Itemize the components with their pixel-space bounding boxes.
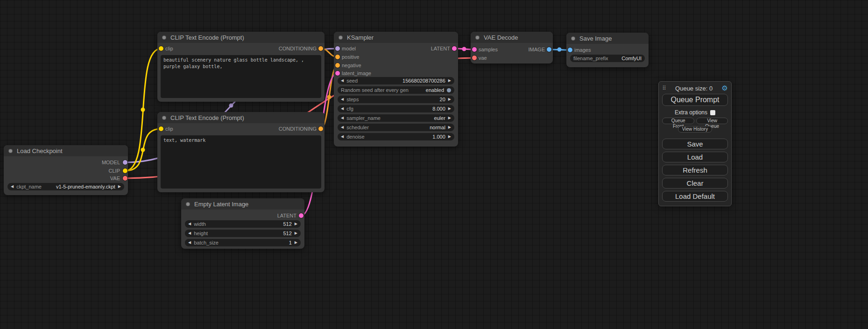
increment-arrow-icon[interactable]: ▶ — [448, 124, 451, 131]
increment-arrow-icon[interactable]: ▶ — [295, 230, 297, 237]
load-button[interactable]: Load — [662, 152, 728, 162]
node-title: Empty Latent Image — [194, 201, 248, 208]
output-label-model: MODEL — [102, 159, 120, 166]
node-vae-decode[interactable]: VAE Decode samples vae IMAGE — [471, 32, 553, 63]
output-dot-conditioning[interactable] — [318, 126, 323, 131]
collapse-dot[interactable] — [571, 36, 575, 41]
widget-batch-size[interactable]: ◀ batch_size 1 ▶ — [185, 239, 301, 246]
increment-arrow-icon[interactable]: ▶ — [448, 77, 451, 84]
decrement-arrow-icon[interactable]: ◀ — [341, 105, 344, 112]
decrement-arrow-icon[interactable]: ◀ — [341, 77, 344, 84]
input-dot-clip[interactable] — [159, 126, 163, 131]
input-label-images: images — [574, 46, 591, 54]
output-label-vae: VAE — [110, 175, 120, 182]
output-dot-latent[interactable] — [452, 46, 457, 51]
queue-prompt-button[interactable]: Queue Prompt — [662, 94, 728, 106]
node-title-bar[interactable]: Empty Latent Image — [181, 198, 304, 210]
widget-ckpt-name[interactable]: ◀ ckpt_name v1-5-pruned-emaonly.ckpt ▶ — [7, 183, 124, 190]
collapse-dot[interactable] — [339, 35, 343, 40]
drag-handle-icon[interactable]: ⠿ — [662, 85, 666, 91]
input-dot-clip[interactable] — [159, 46, 163, 51]
queue-buttons-row: Queue Front View Queue — [662, 118, 728, 124]
increment-arrow-icon[interactable]: ▶ — [118, 183, 121, 190]
collapse-dot[interactable] — [162, 116, 166, 120]
graph-canvas[interactable]: Load Checkpoint MODEL CLIP VAE ◀ ckpt_na… — [0, 0, 868, 329]
node-ksampler[interactable]: KSampler model positive negative latent_… — [334, 32, 458, 147]
output-dot-conditioning[interactable] — [318, 46, 323, 51]
node-title-bar[interactable]: KSampler — [334, 32, 458, 43]
widget-height[interactable]: ◀ height 512 ▶ — [185, 230, 301, 237]
decrement-arrow-icon[interactable]: ◀ — [188, 220, 191, 228]
increment-arrow-icon[interactable]: ▶ — [448, 133, 451, 140]
widget-scheduler[interactable]: ◀ scheduler normal ▶ — [338, 124, 454, 131]
wire-midpoint-dot — [557, 48, 562, 52]
prompt-textarea[interactable]: text, watermark — [161, 135, 321, 189]
increment-arrow-icon[interactable]: ▶ — [448, 105, 451, 112]
output-label-conditioning: CONDITIONING — [279, 125, 317, 133]
node-title: CLIP Text Encode (Prompt) — [170, 34, 244, 41]
output-dot-model[interactable] — [123, 160, 127, 165]
node-title-bar[interactable]: CLIP Text Encode (Prompt) — [157, 112, 325, 123]
widget-width[interactable]: ◀ width 512 ▶ — [185, 220, 301, 228]
widget-cfg[interactable]: ◀ cfg 8.000 ▶ — [338, 105, 454, 112]
output-dot-clip[interactable] — [123, 168, 127, 173]
collapse-dot[interactable] — [8, 149, 13, 153]
decrement-arrow-icon[interactable]: ◀ — [11, 183, 14, 190]
settings-gear-icon[interactable]: ⚙ — [722, 84, 728, 92]
node-clip-text-encode-negative[interactable]: CLIP Text Encode (Prompt) clip CONDITION… — [157, 112, 325, 192]
input-dot-vae[interactable] — [472, 56, 477, 60]
decrement-arrow-icon[interactable]: ◀ — [188, 230, 191, 237]
decrement-arrow-icon[interactable]: ◀ — [188, 239, 191, 246]
output-label-clip: CLIP — [109, 167, 120, 175]
output-dot-vae[interactable] — [123, 176, 127, 181]
refresh-button[interactable]: Refresh — [662, 165, 728, 175]
save-button[interactable]: Save — [662, 139, 728, 149]
increment-arrow-icon[interactable]: ▶ — [295, 220, 297, 228]
widget-seed[interactable]: ◀ seed 156680208700286 ▶ — [338, 77, 454, 84]
prompt-textarea[interactable]: beautiful scenery nature glass bottle la… — [161, 55, 321, 98]
collapse-dot[interactable] — [162, 35, 166, 40]
decrement-arrow-icon[interactable]: ◀ — [341, 114, 344, 122]
node-title-bar[interactable]: VAE Decode — [471, 32, 553, 43]
widget-filename-prefix[interactable]: filename_prefix ComfyUI — [570, 55, 645, 62]
input-dot-latent-image[interactable] — [335, 71, 340, 76]
widget-random-seed-toggle[interactable]: Random seed after every gen enabled — [338, 86, 454, 94]
node-clip-text-encode-positive[interactable]: CLIP Text Encode (Prompt) clip CONDITION… — [157, 32, 325, 102]
widget-steps[interactable]: ◀ steps 20 ▶ — [338, 96, 454, 103]
node-title: Load Checkpoint — [17, 147, 63, 154]
clear-button[interactable]: Clear — [662, 178, 728, 189]
widget-sampler-name[interactable]: ◀ sampler_name euler ▶ — [338, 114, 454, 122]
queue-front-button[interactable]: Queue Front — [662, 118, 694, 124]
input-dot-positive[interactable] — [335, 55, 340, 59]
extra-options-checkbox[interactable] — [710, 110, 715, 115]
output-dot-latent[interactable] — [299, 213, 303, 218]
node-empty-latent-image[interactable]: Empty Latent Image LATENT ◀ width 512 ▶ … — [181, 198, 304, 249]
widget-denoise[interactable]: ◀ denoise 1.000 ▶ — [338, 133, 454, 140]
view-history-button[interactable]: View History — [678, 126, 712, 133]
decrement-arrow-icon[interactable]: ◀ — [341, 124, 344, 131]
input-dot-samples[interactable] — [472, 47, 477, 52]
node-load-checkpoint[interactable]: Load Checkpoint MODEL CLIP VAE ◀ ckpt_na… — [4, 145, 128, 195]
view-queue-button[interactable]: View Queue — [696, 118, 728, 124]
load-default-button[interactable]: Load Default — [662, 191, 728, 202]
input-dot-model[interactable] — [335, 46, 340, 51]
decrement-arrow-icon[interactable]: ◀ — [341, 96, 344, 103]
increment-arrow-icon[interactable]: ▶ — [448, 96, 451, 103]
wire-midpoint-dot — [141, 108, 145, 112]
node-title-bar[interactable]: CLIP Text Encode (Prompt) — [157, 32, 325, 43]
wire-midpoint-dot — [327, 95, 332, 99]
increment-arrow-icon[interactable]: ▶ — [295, 239, 297, 246]
collapse-dot[interactable] — [475, 35, 480, 40]
increment-arrow-icon[interactable]: ▶ — [448, 114, 451, 122]
input-dot-negative[interactable] — [335, 63, 340, 68]
wire-midpoint-dot — [141, 148, 145, 152]
toggle-dot[interactable] — [447, 88, 451, 92]
decrement-arrow-icon[interactable]: ◀ — [341, 133, 344, 140]
node-title-bar[interactable]: Load Checkpoint — [4, 145, 128, 156]
output-dot-image[interactable] — [547, 47, 551, 52]
node-save-image[interactable]: Save Image images filename_prefix ComfyU… — [566, 33, 649, 67]
input-dot-images[interactable] — [568, 48, 572, 52]
collapse-dot[interactable] — [186, 202, 190, 206]
node-title-bar[interactable]: Save Image — [566, 33, 649, 44]
input-label-samples: samples — [479, 46, 498, 53]
